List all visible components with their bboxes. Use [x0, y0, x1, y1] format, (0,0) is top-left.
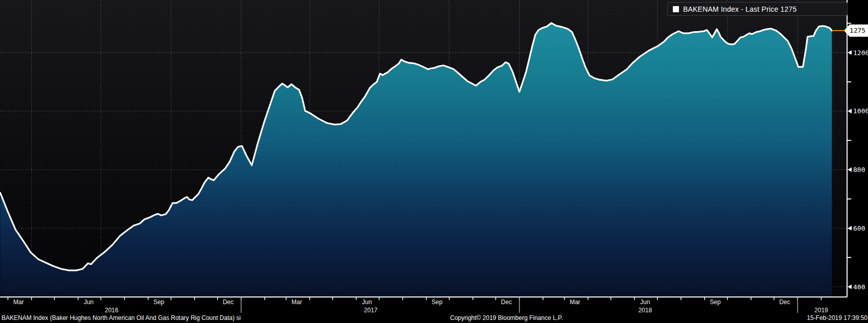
- x-axis-month-label: Sep: [432, 299, 442, 306]
- x-axis-month-label: Mar: [292, 299, 302, 306]
- x-axis-month-label: Mar: [570, 299, 580, 306]
- x-axis-month-label: Mar: [13, 299, 24, 306]
- y-axis-tick-label: 800: [853, 166, 865, 173]
- footer-timestamp: 15-Feb-2019 17:39:50: [807, 314, 867, 321]
- x-axis-year-label: 2016: [105, 307, 119, 314]
- x-axis-month-label: Sep: [153, 299, 164, 306]
- x-axis-year-label: 2017: [364, 307, 378, 314]
- x-axis-year-label: 2019: [814, 307, 828, 314]
- y-axis-tick-label: 600: [853, 225, 865, 232]
- x-axis-month-label: Jun: [362, 299, 372, 306]
- footer-ticker-description: BAKENAM Index (Baker Hughes North Americ…: [2, 314, 241, 321]
- footer-copyright: Copyright© 2019 Bloomberg Finance L.P.: [450, 314, 563, 321]
- y-axis-tick-label: 1200: [853, 49, 868, 56]
- y-axis-tick-label: 400: [853, 284, 865, 290]
- x-axis-month-label: Dec: [779, 299, 790, 306]
- legend-swatch-icon: [673, 6, 679, 12]
- legend[interactable]: BAKENAM Index - Last Price 1275: [667, 2, 848, 16]
- x-axis-month-label: Sep: [710, 299, 720, 306]
- rig-count-area-chart[interactable]: [0, 0, 868, 323]
- bloomberg-chart-window: BAKENAM Index - Last Price 1275 1275 120…: [0, 0, 868, 323]
- y-axis-tick-label: 1000: [853, 108, 868, 114]
- x-axis-year-label: 2018: [638, 307, 652, 314]
- legend-label: BAKENAM Index - Last Price 1275: [683, 5, 797, 13]
- x-axis-month-label: Jun: [640, 299, 650, 306]
- last-price-value: 1275: [847, 27, 865, 34]
- x-axis-month-label: Dec: [501, 299, 512, 306]
- x-axis-month-label: Dec: [223, 299, 233, 306]
- x-axis-month-label: Jun: [84, 299, 93, 306]
- y-axis-ticks: [847, 23, 852, 289]
- x-axis-ticks: [8, 297, 821, 313]
